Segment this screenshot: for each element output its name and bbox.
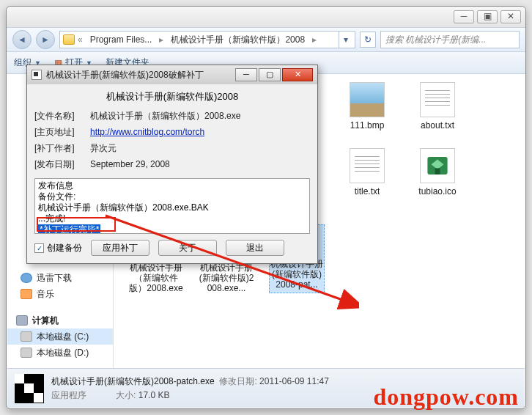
dialog-icon: [32, 70, 42, 80]
svg-rect-1: [435, 168, 440, 175]
navbar: ◄ ► « Program Files... ▸ 机械设计手册（新编软件版）20…: [7, 27, 525, 52]
watermark: dongpow.com: [373, 383, 519, 411]
dialog-row-value[interactable]: http://www.cnitblog.com/torch: [90, 127, 204, 137]
patch-dialog: 机械设计手册(新编软件版)2008破解补丁 ─ ▢ ✕ 机械设计手册(新编软件版…: [26, 65, 318, 264]
breadcrumb[interactable]: « Program Files... ▸ 机械设计手册（新编软件版）2008 ▸…: [59, 31, 355, 48]
close-button[interactable]: ✕: [500, 10, 521, 23]
svg-rect-11: [15, 374, 24, 383]
dialog-min-button[interactable]: ─: [235, 68, 257, 81]
file-label: 机械设计手册(新编软件版)2008.exe...: [199, 262, 254, 293]
txt-icon: [350, 148, 385, 183]
dialog-close-button[interactable]: ✕: [282, 68, 313, 81]
crumb-2[interactable]: 机械设计手册（新编软件版）2008: [166, 32, 309, 47]
dialog-log[interactable]: 发布信息备份文件:机械设计手册（新编软件版）2008.exe.BAK...完成!…: [34, 178, 310, 234]
apply-patch-button[interactable]: 应用补丁: [91, 240, 149, 256]
dialog-row-value: September 29, 2008: [90, 159, 170, 169]
file-label: about.txt: [421, 120, 454, 131]
sidebar-item-music[interactable]: 音乐: [7, 286, 113, 302]
forward-button[interactable]: ►: [36, 30, 55, 49]
sidebar-item-download[interactable]: 迅雷下载: [7, 270, 113, 286]
file-label: 111.bmp: [350, 120, 385, 131]
file-item[interactable]: about.txt: [410, 82, 465, 141]
crumb-1[interactable]: Program Files...: [86, 32, 157, 47]
folder-icon: [63, 34, 75, 45]
search-input[interactable]: 搜索 机械设计手册(新编...: [380, 31, 520, 48]
dialog-row-label: [文件名称]: [34, 110, 90, 122]
refresh-button[interactable]: ↻: [360, 32, 376, 48]
dialog-heading: 机械设计手册(新编软件版)2008: [34, 89, 310, 108]
maximize-button[interactable]: ▣: [477, 10, 498, 23]
tubiao-icon: [420, 148, 455, 183]
titlebar: ─ ▣ ✕: [7, 7, 525, 27]
svg-rect-13: [34, 393, 43, 403]
status-name: 机械设计手册(新编软件版)2008-patch.exe: [51, 376, 215, 386]
dialog-titlebar[interactable]: 机械设计手册(新编软件版)2008破解补丁 ─ ▢ ✕: [27, 65, 317, 84]
txt-icon: [420, 82, 455, 117]
minimize-button[interactable]: ─: [454, 10, 474, 23]
file-item[interactable]: 111.bmp: [339, 82, 395, 141]
file-item[interactable]: title.txt: [339, 148, 395, 217]
status-type: 应用程序: [51, 390, 86, 400]
bmp-icon: [350, 82, 385, 117]
dialog-row-value: 异次元: [90, 142, 117, 155]
status-thumb-icon: [15, 374, 44, 403]
dialog-row-label: [发布日期]: [34, 158, 90, 171]
back-button[interactable]: ◄: [12, 30, 32, 49]
sidebar-drive-c[interactable]: 本地磁盘 (C:): [7, 328, 113, 345]
dialog-title: 机械设计手册(新编软件版)2008破解补丁: [46, 69, 229, 81]
sidebar-drive-d[interactable]: 本地磁盘 (D:): [7, 345, 113, 361]
file-item[interactable]: tubiao.ico: [410, 148, 465, 217]
svg-rect-12: [24, 383, 34, 393]
dialog-max-button[interactable]: ▢: [259, 68, 281, 81]
exit-button[interactable]: 退出: [226, 240, 284, 256]
breadcrumb-dropdown[interactable]: ▾: [339, 32, 352, 48]
sidebar-computer[interactable]: 计算机: [7, 312, 113, 328]
dialog-row-label: [主页地址]: [34, 126, 90, 139]
file-label: tubiao.ico: [418, 186, 456, 197]
file-label: 机械设计手册（新编软件版）2008.exe: [128, 262, 184, 293]
about-button[interactable]: 关于: [158, 240, 217, 256]
file-label: title.txt: [355, 186, 380, 197]
dialog-row-label: [补丁作者]: [34, 142, 90, 155]
dialog-row-value: 机械设计手册（新编软件版）2008.exe: [90, 110, 240, 122]
backup-checkbox[interactable]: ✓创建备份: [34, 242, 82, 254]
